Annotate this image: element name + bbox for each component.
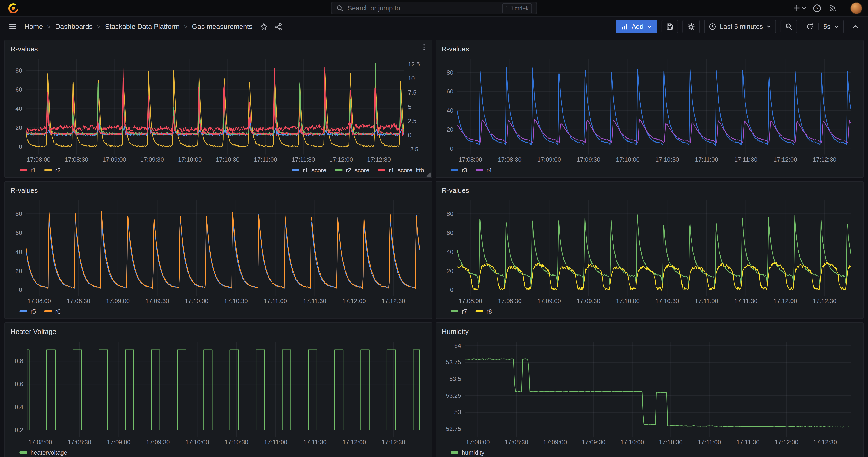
panel-resize-handle[interactable]	[426, 172, 431, 177]
time-series-plot[interactable]: 17:08:0017:08:3017:09:0017:09:3017:10:00…	[10, 55, 426, 165]
legend-item-r2_score[interactable]: r2_score	[335, 166, 370, 173]
legend-label: heatervoltage	[30, 449, 67, 456]
x-axis-tick-label: 17:08:00	[459, 298, 482, 304]
x-axis-tick-label: 17:12:30	[813, 298, 836, 304]
panel-title[interactable]: Heater Voltage	[10, 328, 56, 335]
series-line-heatervoltage	[27, 350, 420, 430]
legend-label: r7	[462, 308, 467, 314]
keyboard-icon	[505, 5, 512, 11]
legend-swatch	[451, 451, 458, 454]
y-axis-tick-label: 20	[446, 126, 453, 133]
panel-title[interactable]: R-values	[442, 45, 469, 53]
panel-header: R-values	[10, 43, 426, 55]
legend-label: r8	[487, 308, 492, 314]
legend-item-r7[interactable]: r7	[451, 308, 467, 314]
x-axis-tick-label: 17:09:30	[140, 156, 164, 163]
breadcrumb-item: Gas measurements	[191, 23, 253, 30]
collapse-toolbar-button[interactable]	[848, 19, 862, 34]
x-axis-tick-label: 17:09:30	[582, 438, 606, 446]
x-axis-tick-label: 17:10:00	[616, 298, 640, 304]
x-axis-tick-label: 17:12:00	[342, 438, 366, 446]
breadcrumb-item[interactable]: Home	[23, 23, 44, 30]
legend-item-heatervoltage[interactable]: heatervoltage	[19, 449, 67, 456]
x-axis-tick-label: 17:10:00	[178, 156, 202, 163]
help-button[interactable]: ?	[810, 1, 824, 16]
panel-menu-button[interactable]	[420, 43, 428, 53]
gear-icon	[687, 22, 695, 31]
series-line-humidity	[465, 359, 849, 427]
panel-r-values-4: R-values 17:08:0017:08:3017:09:0017:09:3…	[436, 181, 864, 319]
legend-item-r1[interactable]: r1	[19, 166, 36, 173]
x-axis-tick-label: 17:12:30	[813, 156, 836, 163]
x-axis-tick-label: 17:09:00	[543, 438, 567, 446]
panel-humidity: Humidity 17:08:0017:08:3017:09:0017:09:3…	[436, 322, 864, 457]
time-series-plot[interactable]: 17:08:0017:08:3017:09:0017:09:3017:10:00…	[442, 337, 857, 447]
refresh-divider	[818, 23, 819, 30]
legend-label: r5	[30, 308, 36, 314]
right-y-axis-tick-label: 0	[408, 132, 411, 139]
legend-label: r4	[487, 166, 492, 173]
refresh-icon	[806, 23, 814, 30]
user-avatar[interactable]	[850, 2, 862, 14]
series-line-r3	[457, 68, 851, 145]
panel-title[interactable]: R-values	[10, 45, 38, 53]
x-axis-tick-label: 17:11:30	[292, 156, 315, 163]
legend-item-humidity[interactable]: humidity	[451, 449, 484, 456]
x-axis-tick-label: 17:12:30	[381, 298, 405, 304]
panel-legend: r7r8	[442, 306, 857, 316]
caret-down-icon	[834, 24, 839, 29]
right-y-axis-tick-label: 2.5	[408, 117, 416, 124]
star-icon	[260, 22, 268, 31]
panel-r-values-2: R-values 17:08:0017:08:3017:09:0017:09:3…	[436, 40, 864, 178]
panel-heater-voltage: Heater Voltage 17:08:0017:08:3017:09:001…	[4, 322, 432, 457]
panel-header: R-values	[442, 184, 857, 196]
menu-button[interactable]	[6, 19, 20, 34]
settings-button[interactable]	[683, 20, 700, 33]
news-button[interactable]	[826, 1, 840, 16]
time-series-plot[interactable]: 17:08:0017:08:3017:09:0017:09:3017:10:00…	[10, 337, 426, 447]
save-button[interactable]	[661, 20, 678, 33]
y-axis-tick-label: 20	[16, 124, 22, 131]
breadcrumb-item[interactable]: Stackable Data Platform	[104, 23, 181, 30]
legend-item-r1_score[interactable]: r1_score	[292, 166, 327, 173]
zoom-out-button[interactable]	[781, 20, 797, 33]
legend-swatch	[378, 169, 385, 171]
grafana-logo[interactable]	[6, 1, 21, 16]
legend-swatch	[19, 310, 27, 312]
refresh-picker[interactable]: 5s	[802, 20, 844, 33]
legend-item-r5[interactable]: r5	[19, 308, 36, 314]
y-axis-tick-label: 53	[455, 408, 461, 416]
x-axis-tick-label: 17:11:30	[734, 156, 757, 163]
breadcrumb-item[interactable]: Dashboards	[54, 23, 94, 30]
panel-title[interactable]: R-values	[442, 186, 469, 194]
legend-item-r3[interactable]: r3	[451, 166, 467, 173]
legend-item-r2[interactable]: r2	[44, 166, 61, 173]
time-series-plot[interactable]: 17:08:0017:08:3017:09:0017:09:3017:10:00…	[10, 196, 426, 306]
legend-item-r1_score_lttb[interactable]: r1_score_lttb	[378, 166, 424, 173]
panel-title[interactable]: Humidity	[442, 328, 469, 335]
time-range-picker[interactable]: Last 5 minutes	[704, 20, 776, 33]
legend-swatch	[19, 169, 27, 171]
x-axis-tick-label: 17:11:30	[303, 438, 327, 446]
y-axis-tick-label: 0	[19, 143, 22, 150]
search-input[interactable]: Search or jump to... ctrl+k	[331, 2, 537, 14]
share-button[interactable]	[271, 19, 286, 34]
time-series-plot[interactable]: 17:08:0017:08:3017:09:0017:09:3017:10:00…	[442, 55, 857, 165]
legend-label: r1	[30, 166, 36, 173]
x-axis-tick-label: 17:12:00	[773, 298, 797, 304]
new-button[interactable]	[791, 1, 809, 16]
search-shortcut: ctrl+k	[502, 3, 532, 13]
time-series-plot[interactable]: 17:08:0017:08:3017:09:0017:09:3017:10:00…	[442, 196, 857, 306]
breadcrumb-separator: >	[97, 23, 100, 30]
add-button[interactable]: Add	[616, 20, 657, 33]
legend-swatch	[44, 310, 52, 312]
x-axis-tick-label: 17:11:30	[303, 298, 327, 304]
legend-item-r6[interactable]: r6	[44, 308, 61, 314]
breadcrumb-separator: >	[47, 23, 51, 30]
y-axis-tick-label: 0	[450, 145, 454, 152]
favorite-button[interactable]	[257, 19, 271, 34]
legend-item-r4[interactable]: r4	[475, 166, 492, 173]
legend-item-r8[interactable]: r8	[475, 308, 492, 314]
caret-down-icon	[801, 5, 807, 11]
panel-title[interactable]: R-values	[10, 186, 38, 194]
